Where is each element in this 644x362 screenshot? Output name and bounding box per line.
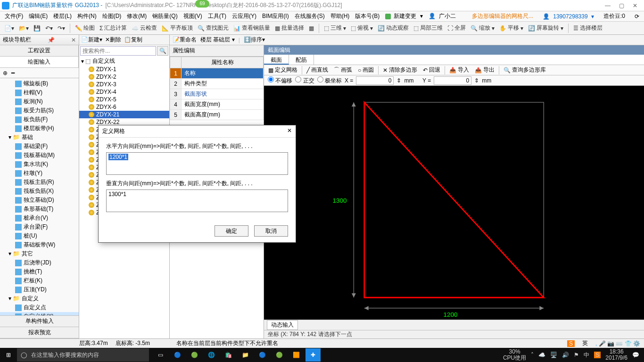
- tray-flag-icon[interactable]: ⚑: [574, 352, 579, 358]
- menu-version[interactable]: 版本号(B): [353, 12, 381, 20]
- tree-item[interactable]: 承台梁(F): [0, 222, 79, 231]
- define-grid-button[interactable]: ▦ 定义网格: [267, 66, 299, 74]
- ime-badge[interactable]: S: [567, 340, 575, 347]
- property-row[interactable]: 5截面高度(mm): [170, 110, 264, 120]
- tree-item[interactable]: 筏板主筋(R): [0, 178, 79, 187]
- offset-none-radio[interactable]: 不偏移: [268, 76, 292, 85]
- copy-component-button[interactable]: 📋复制: [124, 36, 142, 44]
- close-panel-icon[interactable]: ✕: [71, 37, 76, 43]
- task-view-icon[interactable]: ▭: [153, 348, 168, 362]
- start-button[interactable]: ⊞: [0, 348, 17, 362]
- menu-cloud[interactable]: 云应用(Y): [230, 12, 258, 20]
- close-button[interactable]: ✕: [633, 2, 637, 9]
- tree-item[interactable]: 桩(U): [0, 231, 79, 240]
- redo-icon[interactable]: ↷▾: [56, 25, 66, 32]
- align-top-button[interactable]: 📐平齐板顶: [160, 24, 194, 32]
- draw-circle-button[interactable]: ○ 画圆: [356, 66, 375, 74]
- tree-item[interactable]: 挑檐(T): [0, 267, 79, 276]
- draw-line-button[interactable]: ╱ 画直线: [305, 66, 330, 74]
- property-row[interactable]: 2构件类型: [170, 79, 264, 89]
- tree-item[interactable]: 压顶(YD): [0, 285, 79, 294]
- drawing-viewport[interactable]: 1300 1200: [264, 86, 644, 320]
- tray-vol-icon[interactable]: 🔊: [562, 352, 569, 358]
- search-button[interactable]: 🔍: [157, 46, 168, 56]
- tab-single-component[interactable]: 单构件输入: [0, 316, 79, 327]
- tray-cloud-icon[interactable]: ☁️: [538, 352, 545, 358]
- orbit-button[interactable]: 🔄动态观察: [376, 24, 410, 32]
- update-badge[interactable]: 69: [195, 0, 209, 8]
- view-rebar-button[interactable]: 📊查看钢筋量: [232, 24, 272, 32]
- list-item[interactable]: ZDYX-6: [79, 103, 169, 111]
- tree-item[interactable]: 基础板带(W): [0, 240, 79, 249]
- delete-component-button[interactable]: ✕删除: [105, 36, 121, 44]
- tray-ime[interactable]: 中: [584, 351, 589, 359]
- tree-item[interactable]: 柱墩(Y): [0, 169, 79, 178]
- tree-item[interactable]: ▾ 📁 自定义: [0, 294, 79, 303]
- h-spacing-input[interactable]: 1200*1: [106, 152, 288, 175]
- tree-item[interactable]: 后浇带(JD): [0, 258, 79, 267]
- notification-icon[interactable]: 💬: [632, 352, 639, 358]
- draw-button[interactable]: ✏️绘图: [74, 24, 96, 32]
- property-table[interactable]: 属性名称 1名称2构件类型3截面形状4截面宽度(mm)5截面高度(mm): [170, 57, 264, 120]
- list-item[interactable]: ZDYX-4: [79, 88, 169, 96]
- tab-section[interactable]: 截面: [264, 55, 289, 65]
- list-item[interactable]: ZDYX-21: [79, 111, 169, 118]
- menu-view[interactable]: 视图(V): [182, 12, 204, 20]
- clear-polygon-button[interactable]: ✕ 清除多边形: [381, 66, 419, 74]
- top-view-button[interactable]: ⬚俯视▾: [349, 24, 374, 32]
- cloud-check-button[interactable]: ☁️云检查: [130, 24, 158, 32]
- tab-project-settings[interactable]: 工程设置: [0, 45, 79, 56]
- explorer-icon[interactable]: 📁: [238, 348, 253, 362]
- ok-button[interactable]: 确定: [215, 225, 248, 237]
- app-icon-6[interactable]: ✚: [305, 348, 321, 362]
- list-item[interactable]: ZDYX-3: [79, 81, 169, 88]
- menu-file[interactable]: 文件(F): [3, 12, 25, 20]
- store-icon[interactable]: 🛍️: [221, 348, 236, 362]
- tree-item[interactable]: 板负筋(F): [0, 115, 79, 124]
- tree-item[interactable]: 筏板基础(M): [0, 151, 79, 160]
- undo-polygon-button[interactable]: ↶ 回退: [421, 66, 442, 74]
- 3d-button[interactable]: ⬚三维▾: [322, 24, 347, 32]
- sum-button[interactable]: Σ 汇总计算: [98, 24, 128, 32]
- tree-item[interactable]: 楼层板带(H): [0, 124, 79, 133]
- export-button[interactable]: 📤 导出: [473, 66, 496, 74]
- menu-online[interactable]: 在线服务(S): [293, 12, 327, 20]
- tray-net-icon[interactable]: 🖥️: [550, 352, 557, 358]
- select-floor-button[interactable]: ☰选择楼层: [572, 24, 604, 32]
- tree-item[interactable]: ▾ 📁 其它: [0, 249, 79, 258]
- app-icon-1[interactable]: 🔵: [170, 348, 185, 362]
- tree-item[interactable]: 自定义点: [0, 303, 79, 312]
- menu-help[interactable]: 帮助(H): [329, 12, 352, 20]
- ime-lang[interactable]: 英: [582, 339, 588, 347]
- batch-select-button[interactable]: ▦批量选择: [273, 24, 305, 32]
- nav-tree[interactable]: 螺旋板(B) 柱帽(V) 板洞(N) 板受力筋(S) 板负筋(F) 楼层板带(H…: [0, 78, 79, 315]
- expand-icon[interactable]: ⊕: [3, 70, 8, 76]
- pin-icon[interactable]: 📌: [48, 37, 55, 43]
- app-icon-4[interactable]: 🟢: [272, 348, 287, 362]
- edge-icon[interactable]: 🌐: [204, 348, 219, 362]
- refresh-icon[interactable]: ⟳: [633, 13, 641, 20]
- list-item[interactable]: ZDYX-1: [79, 66, 169, 73]
- minimize-button[interactable]: —: [605, 2, 611, 9]
- tree-item[interactable]: 独立基础(D): [0, 196, 79, 205]
- menu-rebar[interactable]: 钢筋量(Q): [150, 12, 179, 20]
- app-icon-5[interactable]: 🟧: [289, 348, 304, 362]
- tree-item[interactable]: 集水坑(K): [0, 160, 79, 169]
- dialog-close-icon[interactable]: ✕: [287, 127, 292, 135]
- polar-radio[interactable]: 极坐标: [317, 76, 342, 85]
- open-file-icon[interactable]: 📂▾: [17, 25, 30, 32]
- find-element-button[interactable]: 🔍查找图元: [196, 24, 230, 32]
- ortho-radio[interactable]: 正交: [295, 76, 314, 85]
- app-icon-2[interactable]: 🟢: [187, 348, 202, 362]
- rotate-screen-button[interactable]: 🔄屏幕旋转▾: [527, 24, 565, 32]
- fullscreen-button[interactable]: ⛶全屏: [446, 24, 467, 32]
- draw-arc-button[interactable]: ⌒ 画弧: [332, 66, 354, 74]
- property-row[interactable]: 1名称: [170, 68, 264, 79]
- tool-icons[interactable]: , 🎤 📷 ⌨️ 👕 ⚙️: [595, 340, 640, 347]
- menu-draw[interactable]: 绘图(D): [100, 12, 124, 20]
- tab-reinforcement[interactable]: 配筋: [289, 55, 314, 65]
- tree-item[interactable]: 桩承台(V): [0, 214, 79, 222]
- list-item[interactable]: ZDYX-2: [79, 73, 169, 81]
- tab-draw-input[interactable]: 绘图输入: [0, 57, 79, 67]
- app-icon-3[interactable]: 🔵: [255, 348, 270, 362]
